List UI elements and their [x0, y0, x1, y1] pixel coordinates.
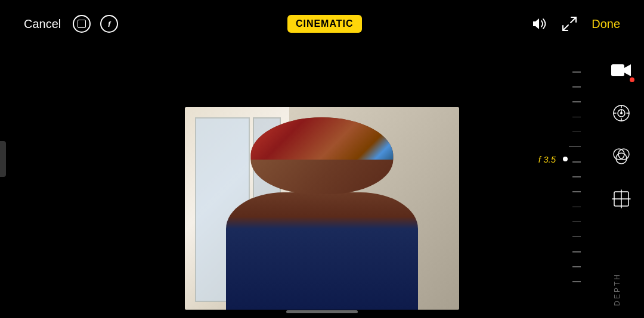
phone-frame: Cancel f CINEMATIC	[0, 0, 644, 318]
speaker-icon[interactable]	[531, 17, 547, 31]
tick-1	[572, 71, 581, 73]
cinematic-mode-badge[interactable]: CINEMATIC	[287, 15, 362, 33]
person-body	[226, 192, 418, 310]
tick-9	[572, 191, 581, 192]
svg-rect-6	[611, 64, 624, 76]
home-indicator	[286, 310, 358, 313]
geometry-tool[interactable]	[611, 188, 632, 210]
svg-point-14	[620, 112, 623, 114]
tick-14	[572, 266, 581, 267]
tick-10	[572, 207, 581, 208]
person-head	[250, 117, 393, 194]
tick-2	[572, 86, 581, 88]
f-number-label: f 3.5	[538, 154, 556, 164]
tool-icons-panel	[611, 60, 632, 210]
done-button[interactable]: Done	[592, 17, 620, 31]
top-bar: Cancel f CINEMATIC	[0, 0, 644, 48]
cancel-button[interactable]: Cancel	[24, 17, 61, 31]
svg-line-5	[563, 25, 568, 30]
color-mix-tool[interactable]	[611, 145, 632, 167]
tick-5	[572, 132, 581, 133]
depth-slider[interactable]	[557, 71, 581, 282]
svg-line-2	[571, 17, 576, 23]
svg-point-15	[614, 149, 624, 160]
tick-13	[572, 251, 581, 252]
depth-label: DEPTH	[613, 273, 621, 306]
video-area	[0, 48, 644, 318]
tick-15	[572, 281, 581, 282]
svg-point-17	[616, 153, 627, 164]
smart-speed-tool[interactable]	[611, 102, 632, 124]
tick-7	[572, 161, 581, 163]
video-thumbnail	[185, 107, 459, 310]
tick-8	[572, 176, 581, 177]
top-bar-left: Cancel f	[24, 15, 118, 33]
video-camera-tool[interactable]	[611, 60, 632, 81]
svg-point-16	[618, 149, 629, 160]
red-dot-indicator	[630, 77, 634, 82]
tick-12	[572, 236, 581, 238]
face-features	[279, 152, 365, 179]
top-bar-right: Done	[531, 16, 620, 32]
tick-4	[572, 117, 581, 118]
top-bar-icons: f	[73, 15, 118, 33]
tick-3	[572, 101, 581, 102]
expand-icon[interactable]	[562, 16, 577, 32]
aperture-f-icon[interactable]: f	[100, 15, 118, 33]
focus-square-icon[interactable]	[73, 15, 91, 33]
tick-6-active	[569, 146, 581, 148]
tick-11	[572, 222, 581, 223]
